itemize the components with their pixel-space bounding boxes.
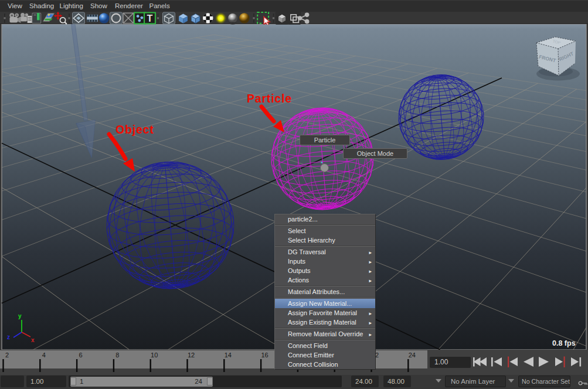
svg-text:12: 12	[188, 352, 195, 359]
svg-text:10: 10	[151, 352, 158, 359]
svg-text:16: 16	[261, 352, 268, 359]
svg-text:z: z	[7, 334, 10, 340]
svg-text:2: 2	[5, 352, 9, 359]
svg-text:8: 8	[115, 352, 119, 359]
svg-text:0.8 fps: 0.8 fps	[552, 339, 576, 347]
svg-text:Particle: Particle	[247, 92, 292, 105]
svg-text:T: T	[147, 13, 153, 23]
svg-text:Object: Object	[115, 123, 154, 136]
svg-text:6: 6	[79, 352, 83, 359]
svg-text:x: x	[31, 337, 35, 343]
svg-text:24: 24	[409, 352, 416, 359]
svg-text:14: 14	[225, 352, 232, 359]
svg-text:4: 4	[42, 352, 46, 359]
svg-text:y: y	[18, 313, 22, 319]
